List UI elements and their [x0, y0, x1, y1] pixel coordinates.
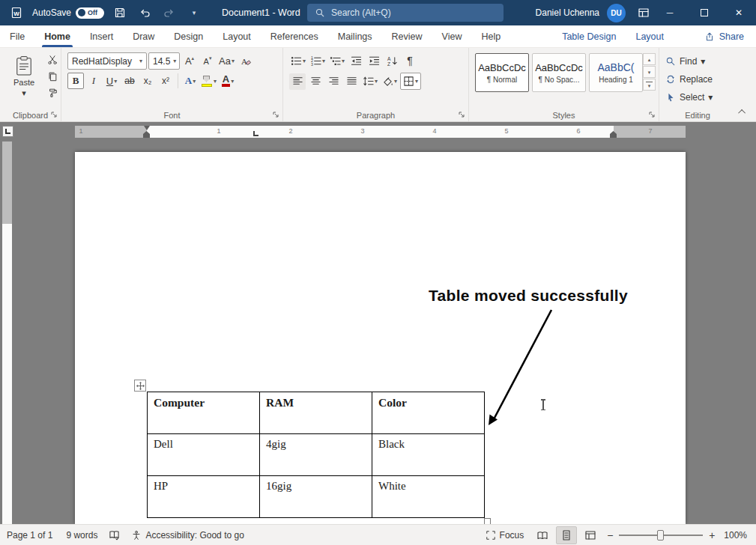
word-app-icon[interactable]: W	[7, 3, 25, 22]
user-name[interactable]: Daniel Uchenna	[536, 7, 599, 18]
tab-help[interactable]: Help	[471, 25, 510, 47]
shrink-font-button[interactable]: A▾	[199, 53, 216, 70]
bullets-button[interactable]: ▾	[289, 52, 307, 69]
clear-formatting-button[interactable]: A	[238, 53, 254, 70]
clipboard-dialog-launcher[interactable]	[50, 111, 58, 118]
zoom-in-button[interactable]: +	[704, 529, 719, 541]
table-resize-handle[interactable]	[484, 518, 491, 524]
tab-stop-marker[interactable]	[253, 131, 258, 136]
borders-button[interactable]: ▾	[400, 73, 421, 90]
autosave-toggle[interactable]: AutoSave Off	[32, 7, 104, 19]
zoom-out-button[interactable]: −	[602, 529, 617, 541]
save-button[interactable]	[111, 3, 129, 22]
tab-mailings[interactable]: Mailings	[328, 25, 382, 47]
first-line-indent-marker[interactable]	[144, 126, 150, 130]
tab-insert[interactable]: Insert	[80, 25, 123, 47]
find-button[interactable]: Find ▾	[665, 53, 713, 69]
superscript-button[interactable]: x²	[157, 73, 174, 89]
zoom-slider-thumb[interactable]	[657, 530, 664, 541]
italic-button[interactable]: I	[85, 73, 102, 89]
styles-scroll-up-button[interactable]: ▴	[643, 53, 656, 65]
close-button[interactable]: ✕	[722, 0, 756, 25]
increase-indent-button[interactable]	[366, 52, 382, 69]
text-effects-button[interactable]: A▾	[182, 73, 199, 89]
cut-button[interactable]	[45, 53, 59, 67]
accessibility-status[interactable]: Accessibility: Good to go	[124, 530, 250, 541]
table-header-cell[interactable]: Color	[372, 392, 485, 434]
sort-button[interactable]: AZ	[384, 52, 400, 69]
tab-layout[interactable]: Layout	[213, 25, 261, 47]
autosave-switch[interactable]: Off	[76, 7, 104, 19]
avatar[interactable]: DU	[607, 4, 626, 22]
tab-draw[interactable]: Draw	[123, 25, 164, 47]
table-move-handle[interactable]	[134, 380, 146, 392]
tab-layout-contextual[interactable]: Layout	[626, 25, 674, 47]
table-header-cell[interactable]: RAM	[260, 392, 372, 434]
print-layout-button[interactable]	[556, 526, 577, 544]
word-count[interactable]: 9 words	[59, 530, 104, 541]
font-name-select[interactable]: RedHatDisplay ▾	[67, 52, 147, 70]
change-case-button[interactable]: Aa▾	[217, 53, 236, 70]
table-cell[interactable]: Dell	[148, 434, 260, 476]
annotation-text[interactable]: Table moved successfully	[429, 287, 628, 305]
table-header-cell[interactable]: Computer	[148, 392, 260, 434]
document-page[interactable]: Table moved successfully Computer RAM Co…	[75, 152, 686, 524]
paragraph-dialog-launcher[interactable]	[458, 111, 465, 118]
minimize-button[interactable]: ─	[653, 0, 687, 25]
read-mode-button[interactable]	[532, 526, 553, 544]
table-cell[interactable]: 16gig	[260, 476, 372, 518]
zoom-slider[interactable]	[619, 529, 703, 541]
styles-gallery-more-button[interactable]: ▾	[643, 79, 656, 91]
format-painter-button[interactable]	[45, 86, 59, 100]
align-left-button[interactable]	[289, 73, 306, 90]
strikethrough-button[interactable]: ab	[121, 73, 138, 89]
tab-references[interactable]: References	[261, 25, 328, 47]
align-center-button[interactable]	[307, 73, 324, 90]
table-cell[interactable]: 4gig	[260, 434, 372, 476]
web-layout-button[interactable]	[580, 526, 601, 544]
multilevel-list-button[interactable]: ▾	[328, 52, 346, 69]
maximize-button[interactable]	[687, 0, 722, 25]
show-formatting-marks-button[interactable]: ¶	[402, 52, 418, 69]
shading-button[interactable]: ▾	[381, 73, 399, 90]
styles-scroll-down-button[interactable]: ▾	[643, 66, 656, 78]
font-dialog-launcher[interactable]	[272, 111, 279, 118]
tab-view[interactable]: View	[432, 25, 472, 47]
focus-button[interactable]: Focus	[479, 530, 531, 541]
paste-button[interactable]: Paste ▾	[6, 52, 42, 100]
tab-home[interactable]: Home	[34, 25, 80, 47]
align-right-button[interactable]	[325, 73, 342, 90]
styles-dialog-launcher[interactable]	[648, 111, 656, 118]
bold-button[interactable]: B	[67, 73, 84, 89]
font-color-button[interactable]: A▾	[220, 73, 236, 89]
tab-design[interactable]: Design	[164, 25, 213, 47]
style-heading-1[interactable]: AaBbC( Heading 1	[589, 53, 643, 92]
font-size-select[interactable]: 14.5 ▾	[148, 52, 180, 70]
collapse-ribbon-button[interactable]	[736, 106, 749, 117]
proofing-status-button[interactable]	[104, 529, 124, 541]
style-no-spacing[interactable]: AaBbCcDc ¶ No Spac...	[532, 53, 586, 92]
table-cell[interactable]: Black	[372, 434, 485, 476]
table-cell[interactable]: HP	[148, 476, 260, 518]
decrease-indent-button[interactable]	[348, 52, 364, 69]
vertical-ruler[interactable]	[2, 141, 12, 524]
highlight-color-button[interactable]: ▾	[200, 73, 218, 89]
underline-button[interactable]: U▾	[103, 73, 120, 89]
redo-button[interactable]	[160, 3, 178, 22]
numbering-button[interactable]: 123 ▾	[309, 52, 327, 69]
subscript-button[interactable]: x₂	[139, 73, 156, 89]
share-button[interactable]: Share	[692, 25, 756, 47]
table-cell[interactable]: White	[372, 476, 485, 518]
tab-review[interactable]: Review	[382, 25, 432, 47]
grow-font-button[interactable]: A▴	[181, 53, 198, 70]
copy-button[interactable]	[45, 70, 59, 83]
tab-table-design[interactable]: Table Design	[552, 25, 626, 47]
arrow-shape[interactable]	[480, 305, 562, 436]
document-table[interactable]: Computer RAM Color Dell 4gig Black HP 16…	[147, 392, 485, 518]
undo-button[interactable]	[136, 3, 154, 22]
tab-file[interactable]: File	[0, 25, 34, 47]
page-indicator[interactable]: Page 1 of 1	[0, 530, 59, 541]
style-normal[interactable]: AaBbCcDc ¶ Normal	[475, 53, 529, 92]
line-spacing-button[interactable]: ▾	[361, 73, 379, 90]
quick-access-more-button[interactable]: ▾	[185, 3, 203, 22]
